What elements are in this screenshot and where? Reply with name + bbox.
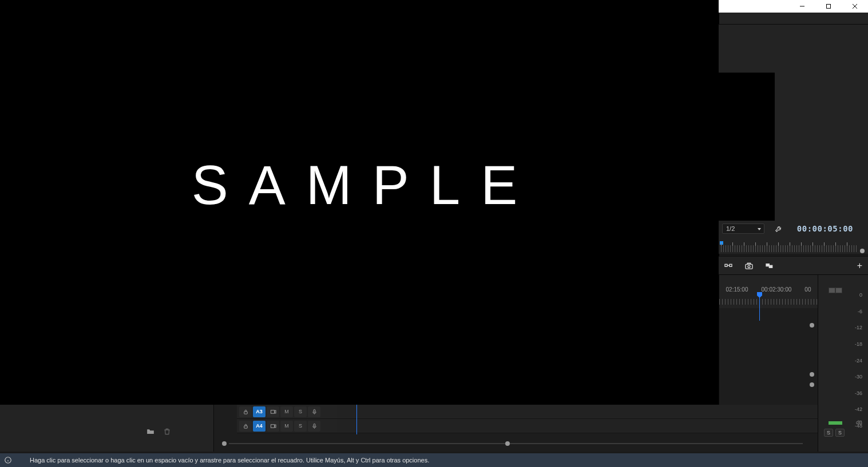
svg-rect-13 (271, 410, 274, 413)
right-panel-black (718, 73, 775, 221)
audio-track-row: A3 M S (237, 405, 337, 419)
status-bar: Haga clic para seleccionar o haga clic e… (0, 453, 868, 467)
ruler-tick-label: 00 (804, 286, 811, 293)
solo-button[interactable]: S (824, 429, 833, 437)
svg-rect-5 (730, 264, 732, 266)
svg-rect-1 (827, 5, 831, 9)
audio-unit-label: dB (856, 420, 862, 425)
track-lock-toggle[interactable] (239, 421, 252, 432)
track-lane[interactable] (337, 405, 818, 419)
vertical-scroll-knob[interactable] (810, 372, 814, 377)
db-label: -30 (849, 374, 862, 380)
vertical-scroll-knob[interactable] (810, 323, 814, 328)
solo-button[interactable]: S (835, 429, 845, 437)
program-monitor[interactable]: SAMPLE (0, 0, 719, 405)
monitor-transport-bar: + (719, 256, 868, 274)
track-lane[interactable] (337, 419, 818, 433)
comparison-view-icon[interactable] (764, 261, 775, 271)
vertical-scroll-knob[interactable] (810, 382, 814, 387)
svg-point-8 (748, 265, 750, 268)
svg-rect-16 (271, 424, 274, 428)
zoom-out-knob[interactable] (222, 441, 227, 446)
track-target-tag[interactable]: A4 (253, 421, 265, 432)
db-label: -12 (849, 325, 862, 330)
window-minimize-button[interactable] (789, 0, 815, 13)
preview-overlay-text: SAMPLE (192, 154, 538, 217)
sync-lock-icon[interactable] (267, 406, 279, 417)
mute-toggle[interactable]: M (280, 421, 293, 432)
svg-rect-14 (314, 409, 315, 412)
timeline-horizontal-scrollbar[interactable] (222, 441, 810, 446)
timeline-playhead[interactable] (759, 292, 760, 321)
audio-meter-level (829, 421, 842, 425)
monitor-timeline-ruler[interactable] (719, 237, 868, 254)
export-frame-camera-icon[interactable] (744, 261, 754, 271)
settings-wrench-icon[interactable] (774, 223, 784, 234)
voiceover-mic-icon[interactable] (308, 406, 320, 417)
svg-rect-11 (769, 265, 773, 268)
timeline-playhead[interactable] (356, 405, 357, 434)
right-panel-fill (775, 73, 868, 221)
scrollbar-track (229, 443, 803, 444)
monitor-controls: 1/2 00:00:05:00 (719, 221, 868, 237)
voiceover-mic-icon[interactable] (308, 421, 320, 432)
playback-resolution-dropdown[interactable]: 1/2 (722, 223, 764, 234)
db-label: -36 (849, 390, 862, 396)
status-info-icon[interactable] (3, 456, 13, 465)
audio-track-row: A4 M S (237, 419, 337, 433)
track-headers: A3 M S A4 M S (237, 405, 337, 433)
audio-peak-bars (829, 288, 842, 293)
mute-toggle[interactable]: M (280, 406, 293, 417)
window-maximize-button[interactable] (815, 0, 842, 13)
svg-rect-9 (747, 263, 750, 264)
db-label: 0 (849, 292, 862, 298)
ruler-end-knob[interactable] (860, 249, 865, 253)
timeline-ruler[interactable]: 02:15:00 00:02:30:00 00 (719, 275, 818, 308)
svg-rect-4 (725, 264, 727, 266)
db-label: -18 (849, 341, 862, 347)
timeline-tracks-area: A3 M S A4 M S (213, 405, 818, 452)
db-label: -42 (849, 406, 862, 412)
svg-rect-15 (244, 426, 247, 428)
svg-rect-7 (746, 264, 752, 269)
db-label: -6 (849, 309, 862, 314)
status-hint-text: Haga clic para seleccionar o haga clic e… (30, 457, 429, 464)
out-timecode[interactable]: 00:00:05:00 (797, 224, 853, 233)
sync-lock-icon[interactable] (267, 421, 279, 432)
audio-solo-buttons: S S (824, 429, 845, 437)
window-close-button[interactable] (842, 0, 868, 13)
ruler-ticks (721, 245, 857, 252)
folder-icon[interactable] (146, 428, 156, 436)
solo-toggle[interactable]: S (294, 421, 307, 432)
ruler-tick-label: 00:02:30:00 (761, 286, 791, 293)
top-bar-right (719, 13, 868, 24)
track-target-tag[interactable]: A3 (253, 406, 265, 417)
right-panel-top (719, 24, 868, 73)
audio-meter-panel: 0 -6 -12 -18 -24 -30 -36 -42 -48 dB S S (818, 274, 868, 452)
ruler-ticks (719, 299, 818, 305)
monitor-markers-icon[interactable] (723, 261, 734, 271)
track-lock-toggle[interactable] (239, 406, 252, 417)
ruler-tick-label: 02:15:00 (726, 286, 748, 293)
window-titlebar (719, 0, 868, 13)
audio-meter-scale: 0 -6 -12 -18 -24 -30 -36 -42 -48 (849, 292, 862, 429)
svg-rect-12 (244, 412, 247, 414)
solo-toggle[interactable]: S (294, 406, 307, 417)
project-panel-footer (0, 405, 213, 452)
zoom-in-knob[interactable] (505, 441, 510, 446)
button-editor-plus-icon[interactable]: + (857, 261, 862, 271)
svg-rect-17 (314, 424, 315, 426)
db-label: -24 (849, 358, 862, 364)
trash-icon[interactable] (163, 428, 173, 436)
